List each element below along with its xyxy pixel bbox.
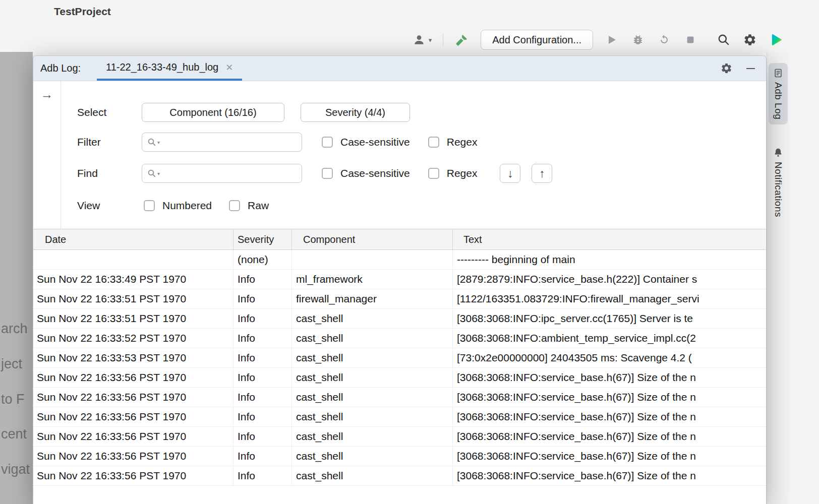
add-configuration-button[interactable]: Add Configuration...	[481, 30, 593, 50]
chevron-down-icon: ▾	[157, 140, 160, 145]
filter-regex-checkbox[interactable]	[428, 137, 439, 148]
table-row[interactable]: Sun Nov 22 16:33:56 PST 1970Infocast_she…	[33, 407, 766, 427]
tool-window-gear-icon[interactable]	[721, 62, 732, 74]
log-table-body: (none)--------- beginning of mainSun Nov…	[33, 250, 766, 504]
log-cell-component: cast_shell	[292, 427, 453, 446]
table-row[interactable]: Sun Nov 22 16:33:56 PST 1970Infocast_she…	[33, 447, 766, 466]
close-icon[interactable]: ✕	[225, 63, 233, 72]
log-table: Date Severity Component Text (none)-----…	[33, 229, 766, 504]
window-title: TestProject	[54, 6, 111, 18]
table-row[interactable]: Sun Nov 22 16:33:56 PST 1970Infocast_she…	[33, 388, 766, 407]
log-cell-component: cast_shell	[292, 309, 453, 328]
log-cell-text: [1122/163351.083729:INFO:firewall_manage…	[453, 289, 766, 308]
regex-label: Regex	[447, 136, 478, 148]
filter-search-box: ▾	[142, 133, 302, 152]
log-cell-severity: Info	[233, 407, 292, 426]
ide-gradient-logo-icon[interactable]	[769, 32, 784, 47]
log-cell-severity: Info	[233, 388, 292, 407]
settings-gear-icon[interactable]	[742, 32, 757, 47]
stop-icon[interactable]	[683, 32, 698, 47]
case-sensitive-label: Case-sensitive	[340, 136, 410, 148]
user-menu-button[interactable]: ▾	[412, 32, 432, 47]
log-cell-text: [3068:3068:INFO:service_base.h(67)] Size…	[453, 407, 766, 426]
find-search-box: ▾	[142, 164, 302, 183]
table-row[interactable]: Sun Nov 22 16:33:56 PST 1970Infocast_she…	[33, 368, 766, 388]
table-row[interactable]: Sun Nov 22 16:33:56 PST 1970Infocast_she…	[33, 466, 766, 486]
numbered-label: Numbered	[162, 200, 212, 212]
log-file-tab[interactable]: 11-22_16-33-49_hub_log ✕	[97, 56, 242, 81]
stripe-tab-adb-log[interactable]: Adb Log	[769, 63, 788, 124]
log-cell-date: Sun Nov 22 16:33:56 PST 1970	[33, 368, 233, 387]
stripe-tab-notifications[interactable]: Notifications	[769, 143, 788, 222]
log-cell-text: [3068:3068:INFO:service_base.h(67)] Size…	[453, 447, 766, 466]
log-cell-date: Sun Nov 22 16:33:56 PST 1970	[33, 447, 233, 466]
log-cell-date: Sun Nov 22 16:33:52 PST 1970	[33, 329, 233, 348]
filter-case-sensitive-checkbox[interactable]	[322, 137, 333, 148]
table-row[interactable]: Sun Nov 22 16:33:52 PST 1970Infocast_she…	[33, 329, 766, 348]
numbered-checkbox[interactable]	[144, 200, 155, 211]
log-cell-text: [3068:3068:INFO:service_base.h(67)] Size…	[453, 466, 766, 485]
severity-filter-button[interactable]: Severity (4/4)	[301, 103, 410, 122]
search-icon[interactable]	[716, 32, 731, 47]
run-icon[interactable]	[604, 32, 619, 47]
log-cell-component: firewall_manager	[292, 289, 453, 308]
raw-checkbox[interactable]	[229, 200, 240, 211]
log-cell-text: [3068:3068:INFO:ipc_server.cc(1765)] Ser…	[453, 309, 766, 328]
raw-label: Raw	[248, 200, 269, 212]
column-header-text[interactable]: Text	[453, 229, 766, 249]
stripe-tab-label: Notifications	[773, 162, 784, 217]
table-row[interactable]: Sun Nov 22 16:33:53 PST 1970Infocast_she…	[33, 348, 766, 368]
log-cell-component: cast_shell	[292, 348, 453, 367]
log-cell-severity: Info	[233, 447, 292, 466]
adb-log-tab-icon	[773, 68, 783, 78]
log-cell-severity: (none)	[233, 250, 292, 269]
column-header-component[interactable]: Component	[292, 229, 453, 249]
filter-input[interactable]	[163, 133, 297, 151]
find-input[interactable]	[163, 164, 297, 182]
search-icon	[147, 169, 156, 178]
chevron-down-icon: ▾	[157, 171, 160, 176]
bell-icon	[773, 148, 783, 158]
build-hammer-icon[interactable]	[454, 32, 470, 47]
log-cell-date: Sun Nov 22 16:33:51 PST 1970	[33, 289, 233, 308]
log-cell-date	[33, 250, 233, 269]
background-text-fragment: ject	[1, 356, 22, 372]
component-filter-button[interactable]: Component (16/16)	[142, 103, 284, 122]
find-previous-button[interactable]: ↑	[532, 164, 552, 183]
log-cell-component: cast_shell	[292, 388, 453, 407]
table-row[interactable]: Sun Nov 22 16:33:56 PST 1970Infocast_she…	[33, 427, 766, 447]
table-row[interactable]: Sun Nov 22 16:33:51 PST 1970Infocast_she…	[33, 309, 766, 329]
profile-icon[interactable]	[657, 32, 672, 47]
log-cell-date: Sun Nov 22 16:33:56 PST 1970	[33, 407, 233, 426]
case-sensitive-label: Case-sensitive	[340, 167, 410, 179]
find-next-button[interactable]: ↓	[500, 164, 520, 183]
table-row[interactable]: (none)--------- beginning of main	[33, 250, 766, 270]
column-header-date[interactable]: Date	[33, 229, 233, 249]
regex-label: Regex	[447, 167, 478, 179]
mini-toolbar: →	[33, 81, 61, 229]
table-row[interactable]: Sun Nov 22 16:33:51 PST 1970Infofirewall…	[33, 289, 766, 309]
log-cell-component: cast_shell	[292, 329, 453, 348]
toolbar-separator	[443, 33, 443, 46]
log-cell-date: Sun Nov 22 16:33:51 PST 1970	[33, 309, 233, 328]
log-cell-component: ml_framework	[292, 270, 453, 289]
log-cell-component: cast_shell	[292, 368, 453, 387]
filter-regex-group: Regex	[428, 136, 478, 148]
column-header-severity[interactable]: Severity	[233, 229, 292, 249]
minimize-icon[interactable]	[746, 68, 755, 69]
adb-log-tool-window: Adb Log: 11-22_16-33-49_hub_log ✕ → Sele…	[33, 55, 767, 504]
find-case-sensitive-checkbox[interactable]	[322, 168, 333, 179]
tool-window-stripe: Adb Log Notifications	[767, 52, 789, 504]
table-row[interactable]: Sun Nov 22 16:33:49 PST 1970Infoml_frame…	[33, 270, 766, 289]
titlebar: TestProject ▾ Add Configuration...	[0, 0, 819, 55]
log-cell-text: [73:0x2e00000000] 24043505 ms: Scavenge …	[453, 348, 766, 367]
view-raw-group: Raw	[229, 200, 269, 212]
filter-case-sensitive-group: Case-sensitive	[322, 136, 410, 148]
chevron-down-icon: ▾	[429, 36, 432, 44]
find-regex-checkbox[interactable]	[428, 168, 439, 179]
find-regex-group: Regex	[428, 167, 478, 179]
right-arrow-icon[interactable]: →	[41, 87, 53, 102]
log-cell-component: cast_shell	[292, 407, 453, 426]
log-cell-date: Sun Nov 22 16:33:53 PST 1970	[33, 348, 233, 367]
debug-icon[interactable]	[630, 32, 646, 47]
